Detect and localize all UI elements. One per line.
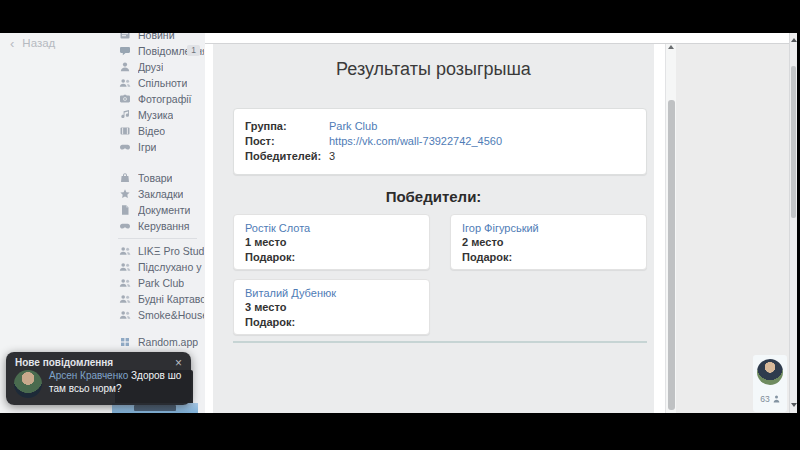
sender-avatar[interactable]	[14, 370, 42, 398]
sidebar-item-group-like-pro-studio[interactable]: LIKΞ Pro Studio	[110, 243, 205, 259]
sidebar-gap	[110, 323, 205, 334]
close-icon[interactable]: ×	[175, 358, 182, 368]
scroll-up-arrow-icon[interactable]	[668, 45, 674, 49]
window-scrollbar[interactable]	[789, 33, 797, 413]
sidebar-item-label: Друзі	[138, 61, 163, 73]
sidebar-menu: Новини Повідомлення 1 Друзі Спільноти Фо…	[110, 33, 205, 350]
winner-name-link[interactable]: Ростік Слота	[245, 222, 310, 234]
winner-place: 2 место	[462, 235, 635, 250]
sidebar-item-messages[interactable]: Повідомлення 1	[110, 43, 205, 59]
people-icon	[119, 309, 131, 321]
sidebar-item-photos[interactable]: Фотографії	[110, 91, 205, 107]
sidebar-item-manage[interactable]: Керування	[110, 218, 205, 234]
scrollbar-thumb[interactable]	[791, 66, 796, 218]
winner-card: Ростік Слота 1 место Подарок:	[233, 214, 430, 270]
winner-place: 3 место	[245, 300, 418, 315]
raffle-info-card: Группа:Park Club Пост:https://vk.com/wal…	[233, 108, 647, 175]
sidebar-item-group-smoke-house[interactable]: Smoke&House	[110, 307, 205, 323]
sidebar-item-label: Ігри	[138, 141, 156, 153]
sidebar-item-random-app[interactable]: Random.app	[110, 334, 205, 350]
camera-icon	[119, 93, 131, 105]
winner-name-link[interactable]: Виталий Дубенюк	[245, 287, 336, 299]
page-title: Результаты розыгрыша	[213, 59, 654, 80]
stream-viewer-panel: 63	[753, 355, 787, 412]
streamer-avatar[interactable]	[757, 359, 783, 385]
sidebar-item-label: LIKΞ Pro Studio	[138, 245, 204, 257]
scroll-down-arrow-icon[interactable]	[791, 403, 797, 407]
sidebar-item-label: Товари	[138, 172, 172, 184]
sidebar-item-label: Спільноти	[138, 77, 187, 89]
people-icon	[119, 77, 131, 89]
gamepad-icon	[119, 220, 131, 232]
music-note-icon	[119, 109, 131, 121]
main-pane: Результаты розыгрыша Группа:Park Club По…	[205, 33, 676, 413]
sidebar-item-documents[interactable]: Документи	[110, 202, 205, 218]
sidebar-item-label: Будні Картавого	[138, 293, 204, 305]
sidebar-item-games[interactable]: Ігри	[110, 139, 205, 155]
sidebar-item-label: Park Club	[138, 277, 184, 289]
document-icon	[119, 204, 131, 216]
message-icon	[119, 45, 131, 57]
group-link[interactable]: Park Club	[329, 120, 377, 132]
sidebar-item-communities[interactable]: Спільноти	[110, 75, 205, 91]
winner-count-value: 3	[329, 150, 335, 162]
winner-card: Ігор Фігурський 2 место Подарок:	[450, 214, 647, 270]
notification-text: Арсен Кравченко Здоров шо там всьо норм?	[49, 370, 185, 398]
sidebar-item-friends[interactable]: Друзі	[110, 59, 205, 75]
film-icon	[119, 125, 131, 137]
winner-gift-label: Подарок:	[245, 315, 418, 330]
notification-title: Нове повідомлення	[15, 357, 113, 368]
banner-text-blur	[134, 405, 176, 411]
scroll-up-arrow-icon[interactable]	[791, 38, 797, 42]
sidebar-item-news[interactable]: Новини	[110, 33, 205, 43]
person-icon	[119, 61, 131, 73]
grid-icon	[119, 336, 131, 348]
gamepad-icon	[119, 141, 131, 153]
scrollbar-thumb[interactable]	[668, 100, 675, 410]
sidebar-item-group-park-club[interactable]: Park Club	[110, 275, 205, 291]
winner-name-link[interactable]: Ігор Фігурський	[462, 222, 539, 234]
post-label: Пост:	[245, 134, 321, 149]
newspaper-icon	[119, 33, 131, 41]
sidebar-item-video[interactable]: Відео	[110, 123, 205, 139]
message-notification[interactable]: Нове повідомлення × Арсен Кравченко Здор…	[6, 352, 191, 405]
sidebar-gap	[110, 155, 205, 170]
winner-gift-label: Подарок:	[245, 250, 418, 265]
sidebar-item-group-budni-kartavogo[interactable]: Будні Картавого	[110, 291, 205, 307]
group-row: Группа:Park Club	[245, 119, 646, 134]
random-app-frame: Результаты розыгрыша Группа:Park Club По…	[213, 44, 654, 413]
sidebar-item-market[interactable]: Товари	[110, 170, 205, 186]
winner-place: 1 место	[245, 235, 418, 250]
sidebar-item-label: Фотографії	[138, 93, 192, 105]
sidebar-item-label: Smoke&House	[138, 309, 204, 321]
winner-cards: Ростік Слота 1 место Подарок: Ігор Фігур…	[233, 214, 647, 335]
unread-count-badge: 1	[187, 45, 200, 56]
winner-count-label: Победителей:	[245, 149, 321, 164]
viewer-person-icon	[773, 395, 780, 403]
star-icon	[119, 188, 131, 200]
people-icon	[119, 277, 131, 289]
sender-name-link[interactable]: Арсен Кравченко	[49, 370, 128, 381]
winners-heading: Победители:	[213, 188, 654, 205]
viewer-count: 63	[760, 394, 769, 404]
sidebar-item-music[interactable]: Музика	[110, 107, 205, 123]
sidebar-divider	[118, 238, 197, 239]
winner-gift-label: Подарок:	[462, 250, 635, 265]
chevron-left-icon: ‹	[10, 38, 14, 49]
bag-icon	[119, 172, 131, 184]
sidebar-item-label: Random.app	[138, 336, 198, 348]
sidebar-item-label: Закладки	[138, 188, 183, 200]
post-link[interactable]: https://vk.com/wall-73922742_4560	[329, 135, 502, 147]
people-icon	[119, 293, 131, 305]
bottom-divider	[233, 341, 647, 343]
recorded-screen: ‹ Назад Новини Повідомлення 1 Друзі Спіл…	[0, 33, 797, 413]
sidebar-item-label: Керування	[138, 220, 190, 232]
people-icon	[119, 245, 131, 257]
sidebar-item-label: Підслухано у Чо..	[138, 261, 204, 273]
sidebar-item-group-pidslukhano[interactable]: Підслухано у Чо..	[110, 259, 205, 275]
sidebar-item-label: Документи	[138, 204, 190, 216]
sidebar-item-bookmarks[interactable]: Закладки	[110, 186, 205, 202]
sidebar-item-label: Відео	[138, 125, 165, 137]
back-button[interactable]: ‹ Назад	[10, 37, 55, 49]
page-top-strip	[205, 33, 789, 44]
